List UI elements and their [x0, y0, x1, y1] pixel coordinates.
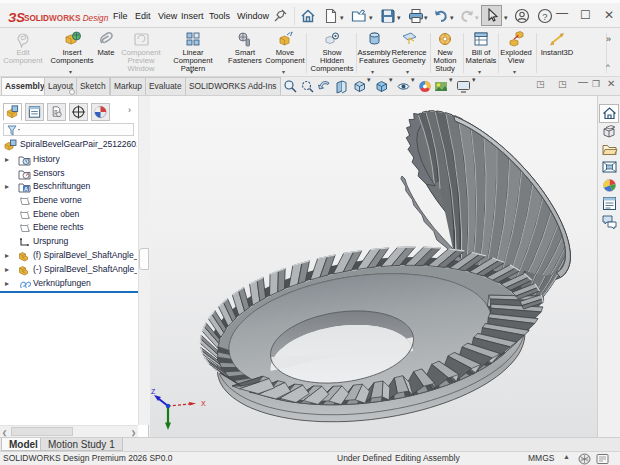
svg-text:A: A	[24, 186, 28, 192]
svg-text:Z: Z	[151, 388, 156, 395]
svg-text:ЗS: ЗS	[8, 10, 25, 25]
svg-text:?: ?	[542, 11, 547, 22]
svg-text:X: X	[201, 400, 206, 407]
svg-text:SOLIDWORKS Design: SOLIDWORKS Design	[24, 14, 109, 23]
